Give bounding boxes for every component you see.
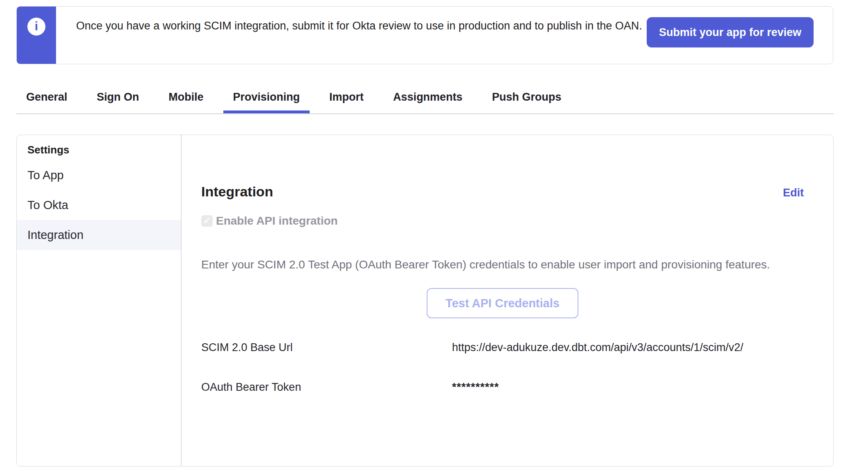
checkmark-icon: ✓: [203, 216, 211, 225]
sidebar-item-to-app[interactable]: To App: [17, 160, 181, 190]
test-credentials-row: Test API Credentials: [201, 288, 804, 318]
enable-api-integration-row: ✓ Enable API integration: [201, 214, 804, 227]
enable-api-integration-checkbox: ✓: [201, 215, 213, 227]
scim-base-url-value: https://dev-adukuze.dev.dbt.com/api/v3/a…: [452, 341, 743, 354]
edit-link[interactable]: Edit: [783, 187, 804, 199]
oauth-bearer-token-value: **********: [452, 381, 499, 394]
sidebar-item-to-okta[interactable]: To Okta: [17, 190, 181, 220]
tab-mobile[interactable]: Mobile: [159, 84, 214, 113]
credentials-description: Enter your SCIM 2.0 Test App (OAuth Bear…: [201, 258, 804, 272]
tab-import[interactable]: Import: [319, 84, 373, 113]
tab-assignments[interactable]: Assignments: [383, 84, 472, 113]
banner-message: Once you have a working SCIM integration…: [76, 16, 651, 64]
test-api-credentials-button[interactable]: Test API Credentials: [427, 288, 578, 318]
integration-panel: Integration Edit ✓ Enable API integratio…: [182, 135, 833, 466]
info-banner-accent: i: [17, 7, 56, 64]
tab-provisioning[interactable]: Provisioning: [223, 84, 310, 113]
integration-header: Integration Edit: [201, 182, 804, 200]
info-banner: i Once you have a working SCIM integrati…: [16, 6, 833, 64]
oauth-bearer-token-label: OAuth Bearer Token: [201, 381, 452, 394]
sidebar-list: To App To Okta Integration: [17, 160, 181, 250]
sidebar-header: Settings: [17, 143, 181, 156]
tab-sign-on[interactable]: Sign On: [87, 84, 149, 113]
submit-app-for-review-button[interactable]: Submit your app for review: [647, 17, 814, 47]
page-title: Integration: [201, 182, 273, 200]
oauth-bearer-token-row: OAuth Bearer Token **********: [201, 381, 804, 394]
provisioning-card: Settings To App To Okta Integration Inte…: [16, 135, 834, 466]
tab-push-groups[interactable]: Push Groups: [482, 84, 571, 113]
settings-sidebar: Settings To App To Okta Integration: [17, 135, 182, 466]
tab-general[interactable]: General: [16, 84, 77, 113]
scim-base-url-label: SCIM 2.0 Base Url: [201, 341, 452, 354]
scim-base-url-row: SCIM 2.0 Base Url https://dev-adukuze.de…: [201, 341, 804, 354]
sidebar-item-integration[interactable]: Integration: [17, 220, 181, 250]
info-icon: i: [27, 18, 45, 36]
app-tab-bar: General Sign On Mobile Provisioning Impo…: [16, 84, 834, 114]
enable-api-integration-label: Enable API integration: [216, 214, 338, 227]
